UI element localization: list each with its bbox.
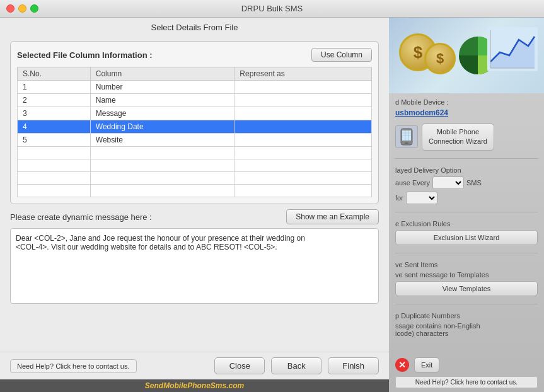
window-title: DRPU Bulk SMS [241, 4, 303, 13]
divider-1 [395, 158, 538, 159]
show-example-button[interactable]: Show me an Example [286, 209, 379, 224]
col-header-represent: Represent as [234, 67, 372, 81]
cell-sno: 3 [18, 107, 91, 120]
delivery-for-label: for [395, 194, 403, 202]
right-panel: $ $ [389, 18, 544, 392]
cell-represent [234, 81, 372, 94]
dialog-panel: Select Details From File Selected File C… [0, 18, 389, 392]
line-chart [487, 27, 538, 71]
divider-3 [395, 253, 538, 253]
view-templates-button[interactable]: View Templates [395, 281, 538, 296]
message-header: Please create dynamic message here : Sho… [10, 209, 379, 224]
delivery-for-select[interactable] [406, 192, 437, 204]
message-section: Please create dynamic message here : Sho… [10, 209, 379, 304]
phone-icon [399, 128, 414, 146]
mobile-connection-wizard-button[interactable]: Mobile Phone Connection Wizard [422, 124, 494, 151]
duplicate-label: p Duplicate Numbers [395, 312, 538, 320]
svg-rect-6 [405, 142, 408, 144]
device-icon [395, 125, 418, 148]
section-title: Selected File Column Information : [17, 50, 153, 60]
header-graphic: $ $ [393, 21, 538, 90]
mobile-wizard-row: Mobile Phone Connection Wizard [395, 124, 538, 151]
help-link[interactable]: Need Help? Click here to contact us. [10, 359, 137, 373]
watermark-bar: SendMobilePhoneSms.com [0, 379, 389, 392]
cell-column: Name [90, 94, 234, 107]
right-help-text[interactable]: Need Help? Click here to contact us. [395, 376, 538, 388]
table-row-empty [18, 185, 372, 197]
table-row[interactable]: 1 Number [18, 81, 372, 94]
delivery-every-select[interactable] [432, 176, 464, 189]
close-button[interactable]: Close [214, 357, 265, 374]
exclusion-section: e Exclusion Rules Exclusion List Wizard [395, 220, 538, 245]
device-section: d Mobile Device : usbmodem624 [395, 98, 538, 117]
delivery-label: layed Delivery Option [395, 166, 538, 174]
close-window-button[interactable] [6, 4, 14, 13]
table-row[interactable]: 2 Name [18, 94, 372, 107]
dialog-title: Select Details From File [0, 18, 389, 36]
use-column-button[interactable]: Use Column [311, 48, 372, 62]
title-bar: DRPU Bulk SMS [0, 0, 544, 18]
message-label: Please create dynamic message here : [10, 212, 152, 222]
device-value[interactable]: usbmodem624 [395, 108, 538, 117]
cell-column: Number [90, 81, 234, 94]
exit-red-button[interactable]: ✕ [395, 358, 409, 372]
table-row-empty [18, 159, 372, 172]
finish-button[interactable]: Finish [328, 357, 379, 374]
table-body: 1 Number 2 Name 3 Message 4 Wedding Date… [18, 81, 372, 197]
dollar-coin-2: $ [424, 43, 456, 74]
maximize-window-button[interactable] [30, 4, 38, 13]
exclusion-list-wizard-button[interactable]: Exclusion List Wizard [395, 230, 538, 245]
delivery-section: layed Delivery Option ause Every SMS for [395, 166, 538, 204]
exclusion-label: e Exclusion Rules [395, 220, 538, 228]
templates-section: ve Sent Items ve sent message to Templat… [395, 261, 538, 296]
section-header: Selected File Column Information : Use C… [17, 48, 372, 62]
exit-row: ✕ Exit [395, 357, 538, 372]
delivery-prefix: ause Every [395, 179, 430, 187]
sent-label: ve Sent Items [395, 261, 538, 268]
table-row-empty [18, 147, 372, 159]
cell-sno: 1 [18, 81, 91, 94]
table-row-empty [18, 172, 372, 185]
cell-sno: 4 [18, 120, 91, 134]
cell-sno: 2 [18, 94, 91, 107]
cell-represent [234, 107, 372, 120]
non-english-label: ssage contains non-English icode) charac… [395, 322, 538, 337]
back-button[interactable]: Back [271, 357, 321, 374]
bottom-buttons: Close Back Finish [214, 357, 379, 374]
delivery-row: ause Every SMS [395, 176, 538, 189]
right-bottom: ✕ Exit Need Help? Click here to contact … [389, 355, 544, 392]
cell-column: Wedding Date [90, 120, 234, 134]
file-column-section: Selected File Column Information : Use C… [10, 41, 379, 204]
right-content: d Mobile Device : usbmodem624 [389, 93, 544, 355]
divider-4 [395, 304, 538, 304]
cell-represent [234, 134, 372, 147]
table-row[interactable]: 5 Website [18, 134, 372, 147]
table-row[interactable]: 4 Wedding Date [18, 120, 372, 134]
right-help-container: Need Help? Click here to contact us. [395, 376, 538, 388]
col-header-sno: S.No. [18, 67, 91, 81]
table-header: S.No. Column Represent as [18, 67, 372, 81]
exit-button[interactable]: Exit [414, 357, 439, 372]
cell-sno: 5 [18, 134, 91, 147]
right-top-image: $ $ [389, 18, 544, 93]
minimize-window-button[interactable] [18, 4, 26, 13]
column-table: S.No. Column Represent as 1 Number 2 Nam… [17, 67, 372, 197]
main-content: Select Details From File Selected File C… [0, 18, 544, 392]
dialog-body: Selected File Column Information : Use C… [0, 36, 389, 352]
watermark-text: SendMobilePhoneSms.com [145, 381, 244, 390]
duplicate-section: p Duplicate Numbers ssage contains non-E… [395, 312, 538, 337]
delivery-for-row: for [395, 192, 538, 204]
templates-label: ve sent message to Templates [395, 271, 538, 279]
col-header-column: Column [90, 67, 234, 81]
message-textarea[interactable] [10, 228, 379, 304]
window-controls[interactable] [6, 4, 38, 13]
divider-2 [395, 212, 538, 212]
cell-represent [234, 94, 372, 107]
device-label: d Mobile Device : [395, 98, 538, 106]
cell-column: Message [90, 107, 234, 120]
cell-represent [234, 120, 372, 134]
delivery-sms-label: SMS [466, 179, 482, 187]
cell-column: Website [90, 134, 234, 147]
dialog-bottom: Need Help? Click here to contact us. Clo… [0, 352, 389, 379]
table-row[interactable]: 3 Message [18, 107, 372, 120]
